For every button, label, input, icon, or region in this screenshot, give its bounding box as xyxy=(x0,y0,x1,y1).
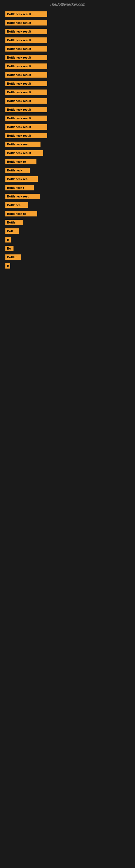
bar-row-14: Bottleneck result xyxy=(5,133,130,138)
bottleneck-bar-16: Bottleneck result xyxy=(5,150,43,156)
bottleneck-bar-28: Bottler xyxy=(5,254,21,260)
bottleneck-bar-10: Bottleneck result xyxy=(5,98,47,104)
bottleneck-bar-11: Bottleneck result xyxy=(5,107,47,112)
bar-row-23: Bottleneck re xyxy=(5,211,130,216)
bar-row-28: Bottler xyxy=(5,254,130,260)
bottleneck-bar-5: Bottleneck result xyxy=(5,55,47,60)
bottleneck-bar-26: B xyxy=(5,237,11,243)
bar-row-18: Bottleneck xyxy=(5,167,130,173)
bottleneck-bar-1: Bottleneck result xyxy=(5,20,47,26)
bottleneck-bar-23: Bottleneck re xyxy=(5,211,37,216)
bar-row-22: Bottlenec xyxy=(5,203,130,208)
bottleneck-bar-3: Bottleneck result xyxy=(5,37,47,43)
bar-row-25: Bott xyxy=(5,228,130,234)
bar-row-7: Bottleneck result xyxy=(5,72,130,78)
bar-row-12: Bottleneck result xyxy=(5,116,130,121)
bottleneck-bar-24: Bottle xyxy=(5,220,23,225)
bar-row-15: Bottleneck resu xyxy=(5,142,130,147)
bottleneck-bar-2: Bottleneck result xyxy=(5,29,47,34)
bar-row-21: Bottleneck resu xyxy=(5,194,130,199)
site-title: TheBottlenecker.com xyxy=(0,0,135,9)
bar-row-19: Bottleneck res xyxy=(5,176,130,182)
bar-row-17: Bottleneck re xyxy=(5,159,130,164)
bottleneck-bar-21: Bottleneck resu xyxy=(5,194,40,199)
bar-row-13: Bottleneck result xyxy=(5,124,130,130)
bottleneck-bar-27: Bo xyxy=(5,246,13,251)
bar-row-29: B xyxy=(5,263,130,269)
bottleneck-bar-6: Bottleneck result xyxy=(5,63,47,69)
bottleneck-bar-17: Bottleneck re xyxy=(5,159,37,164)
bar-row-8: Bottleneck result xyxy=(5,81,130,86)
bottleneck-bar-13: Bottleneck result xyxy=(5,124,47,130)
bottleneck-bar-7: Bottleneck result xyxy=(5,72,47,78)
bottleneck-bar-0: Bottleneck result xyxy=(5,11,47,17)
bottleneck-bar-9: Bottleneck result xyxy=(5,90,47,95)
bars-container: Bottleneck resultBottleneck resultBottle… xyxy=(0,9,135,275)
bar-row-5: Bottleneck result xyxy=(5,55,130,60)
bar-row-11: Bottleneck result xyxy=(5,107,130,112)
bar-row-9: Bottleneck result xyxy=(5,90,130,95)
bottleneck-bar-22: Bottlenec xyxy=(5,203,28,208)
bottleneck-bar-19: Bottleneck res xyxy=(5,176,38,182)
bottleneck-bar-12: Bottleneck result xyxy=(5,116,47,121)
bar-row-2: Bottleneck result xyxy=(5,29,130,34)
bar-row-10: Bottleneck result xyxy=(5,98,130,104)
bottleneck-bar-18: Bottleneck xyxy=(5,167,30,173)
bar-row-4: Bottleneck result xyxy=(5,46,130,52)
bar-row-27: Bo xyxy=(5,246,130,251)
bar-row-16: Bottleneck result xyxy=(5,150,130,156)
bar-row-1: Bottleneck result xyxy=(5,20,130,26)
bottleneck-bar-8: Bottleneck result xyxy=(5,81,47,86)
bar-row-26: B xyxy=(5,237,130,243)
bottleneck-bar-20: Bottleneck r xyxy=(5,185,34,190)
bar-row-6: Bottleneck result xyxy=(5,63,130,69)
bar-row-3: Bottleneck result xyxy=(5,37,130,43)
bottleneck-bar-15: Bottleneck resu xyxy=(5,142,41,147)
bottleneck-bar-25: Bott xyxy=(5,228,19,234)
bar-row-24: Bottle xyxy=(5,220,130,225)
bar-row-0: Bottleneck result xyxy=(5,11,130,17)
bottleneck-bar-14: Bottleneck result xyxy=(5,133,47,138)
bar-row-20: Bottleneck r xyxy=(5,185,130,190)
bottleneck-bar-4: Bottleneck result xyxy=(5,46,47,52)
bottleneck-bar-29: B xyxy=(5,263,10,269)
